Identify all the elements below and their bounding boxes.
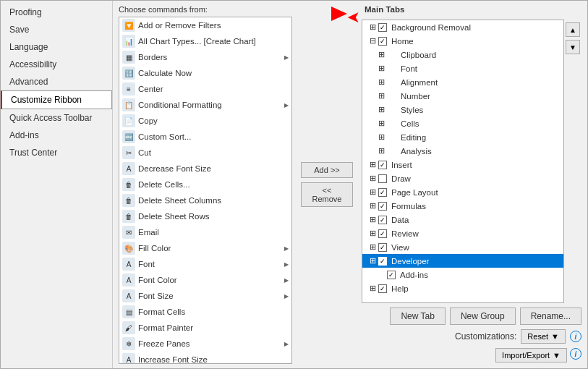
tree-expand-btn[interactable]: ⊞ [377, 92, 385, 101]
sidebar-item-save[interactable]: Save [1, 21, 112, 38]
import-export-info-icon[interactable]: i [570, 348, 581, 360]
command-list-item[interactable]: ❄Freeze Panes▶ [119, 336, 291, 352]
tree-item[interactable]: ⊞Clipboard [362, 48, 563, 62]
tree-up-button[interactable]: ▲ [566, 22, 580, 37]
tree-item[interactable]: ⊞Styles [362, 103, 563, 116]
command-list-item[interactable]: 🗑Delete Sheet Rows [119, 208, 291, 224]
reset-button[interactable]: Reset ▼ [521, 329, 566, 344]
command-list-item[interactable]: ADecrease Font Size [119, 161, 291, 177]
command-list[interactable]: 🔽Add or Remove Filters📊All Chart Types..… [119, 17, 292, 364]
tree-item[interactable]: ⊞✓Formulas [362, 199, 563, 213]
tree-expand-btn[interactable]: ⊞ [368, 161, 377, 169]
command-list-item[interactable]: 🔢Calculate Now [119, 65, 291, 81]
tree-expand-btn[interactable]: ⊟ [368, 37, 377, 46]
import-export-arrow: ▼ [553, 351, 561, 360]
command-list-item[interactable]: 🗑Delete Cells... [119, 177, 291, 192]
command-list-item[interactable]: ✉Email [119, 224, 291, 240]
tree-item[interactable]: ⊞Draw [362, 171, 563, 185]
tree-expand-btn[interactable]: ⊞ [368, 216, 377, 224]
tree-item[interactable]: ⊞✓Page Layout [362, 185, 563, 199]
tree-item[interactable]: ⊞✓Developer [362, 254, 563, 268]
tree-expand-btn[interactable]: ⊞ [368, 23, 377, 32]
sidebar-item-advanced[interactable]: Advanced [1, 73, 112, 90]
delcells-icon: 🗑 [122, 178, 135, 191]
sidebar: Proofing Save Language Accessibility Adv… [1, 1, 113, 368]
tree-checkbox[interactable]: ✓ [378, 229, 387, 238]
tree-expand-btn[interactable]: ⊞ [368, 202, 377, 211]
tree-expand-btn[interactable]: ⊞ [368, 257, 377, 266]
tree-expand-btn[interactable]: ⊞ [377, 147, 385, 156]
tree-item[interactable]: ⊟✓Home [362, 34, 563, 48]
tree-item[interactable]: ✓Add-ins [362, 268, 563, 281]
import-export-button[interactable]: Import/Export ▼ [495, 348, 567, 362]
new-group-button[interactable]: New Group [450, 308, 516, 325]
tree-checkbox[interactable]: ✓ [387, 271, 396, 279]
tree-checkbox[interactable]: ✓ [378, 257, 387, 266]
tree-checkbox[interactable]: ✓ [378, 23, 387, 32]
tree-checkbox[interactable]: ✓ [378, 202, 387, 211]
command-list-item[interactable]: 📋Conditional Formatting▶ [119, 97, 291, 113]
tree-item[interactable]: ⊞Font [362, 62, 563, 75]
tree-expand-btn[interactable]: ⊞ [377, 78, 385, 87]
commands-label: Choose commands from: [119, 5, 292, 14]
sidebar-item-trust-center[interactable]: Trust Center [1, 144, 112, 161]
command-list-item[interactable]: 📄Copy [119, 113, 291, 129]
remove-button[interactable]: << Remove [301, 182, 353, 207]
command-list-item[interactable]: AFont Color▶ [119, 272, 291, 288]
tree-expand-btn[interactable]: ⊞ [368, 229, 377, 238]
tree-expand-btn[interactable]: ⊞ [377, 64, 385, 73]
tree-expand-btn[interactable]: ⊞ [368, 188, 377, 197]
command-list-item[interactable]: 🗑Delete Sheet Columns [119, 192, 291, 208]
tree-container[interactable]: ⊞✓Background Removal⊟✓Home⊞Clipboard⊞Fon… [362, 20, 564, 303]
submenu-arrow: ▶ [284, 54, 289, 61]
sidebar-item-customize-ribbon[interactable]: Customize Ribbon [1, 90, 112, 109]
new-tab-button[interactable]: New Tab [390, 308, 445, 325]
tree-item[interactable]: ⊞Number [362, 89, 563, 103]
command-list-item[interactable]: ✂Cut [119, 145, 291, 161]
command-list-item[interactable]: 🔤Custom Sort... [119, 129, 291, 145]
sidebar-item-language[interactable]: Language [1, 38, 112, 56]
reset-info-icon[interactable]: i [570, 331, 581, 342]
tree-expand-btn[interactable]: ⊞ [368, 243, 377, 252]
rename-button[interactable]: Rename... [520, 308, 581, 325]
tree-item[interactable]: ⊞Alignment [362, 75, 563, 89]
tree-item[interactable]: ⊞✓View [362, 240, 563, 254]
command-list-item[interactable]: AFont Size▶ [119, 288, 291, 304]
tree-checkbox[interactable] [378, 174, 387, 183]
tree-item[interactable]: ⊞✓Help [362, 281, 563, 295]
command-list-item[interactable]: AFont▶ [119, 256, 291, 272]
tree-checkbox[interactable]: ✓ [378, 37, 387, 46]
sidebar-item-accessibility[interactable]: Accessibility [1, 56, 112, 73]
sidebar-item-proofing[interactable]: Proofing [1, 4, 112, 21]
tree-item[interactable]: ⊞Editing [362, 130, 563, 144]
tree-checkbox[interactable]: ✓ [378, 216, 387, 224]
command-list-item[interactable]: ≡Center [119, 81, 291, 97]
tree-down-button[interactable]: ▼ [566, 40, 580, 54]
tree-expand-btn[interactable]: ⊞ [377, 119, 385, 128]
tree-item[interactable]: ⊞✓Review [362, 226, 563, 240]
tree-expand-btn[interactable]: ⊞ [377, 133, 385, 142]
tree-item[interactable]: ⊞✓Data [362, 213, 563, 226]
command-list-item[interactable]: AIncrease Font Size [119, 352, 291, 364]
tree-expand-btn[interactable]: ⊞ [377, 106, 385, 114]
tree-item[interactable]: ⊞✓Background Removal [362, 20, 563, 34]
tree-expand-btn[interactable]: ⊞ [368, 284, 377, 293]
tree-item[interactable]: ⊞Cells [362, 116, 563, 130]
tree-item[interactable]: ⊞Analysis [362, 144, 563, 158]
add-button[interactable]: Add >> [301, 162, 353, 178]
tree-checkbox[interactable]: ✓ [378, 188, 387, 197]
command-list-item[interactable]: 📊All Chart Types... [Create Chart] [119, 33, 291, 49]
command-list-item[interactable]: 🎨Fill Color▶ [119, 240, 291, 256]
command-list-item[interactable]: ▦Borders▶ [119, 49, 291, 65]
tree-item[interactable]: ⊞✓Insert [362, 158, 563, 171]
command-list-item[interactable]: 🖌Format Painter [119, 320, 291, 336]
tree-expand-btn[interactable]: ⊞ [377, 51, 385, 59]
tree-checkbox[interactable]: ✓ [378, 161, 387, 169]
command-list-item[interactable]: 🔽Add or Remove Filters [119, 17, 291, 33]
sidebar-item-addins[interactable]: Add-ins [1, 127, 112, 144]
command-list-item[interactable]: ▤Format Cells [119, 304, 291, 320]
tree-checkbox[interactable]: ✓ [378, 243, 387, 252]
sidebar-item-quick-access[interactable]: Quick Access Toolbar [1, 109, 112, 127]
tree-checkbox[interactable]: ✓ [378, 284, 387, 293]
tree-expand-btn[interactable]: ⊞ [368, 174, 377, 183]
